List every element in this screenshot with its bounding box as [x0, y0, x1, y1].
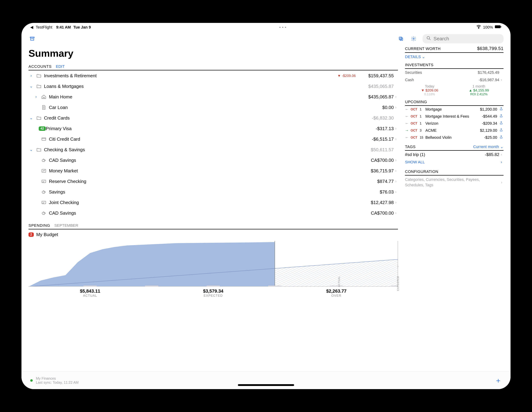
upcoming-name: Mortgage Interest & Fees [425, 114, 480, 119]
account-row[interactable]: ⌄ Credit Cards -$6,832.30 [28, 113, 398, 123]
accounts-header: ACCOUNTS EDIT [28, 64, 398, 70]
multitask-dots[interactable]: ••• [91, 25, 476, 29]
battery-icon [495, 25, 502, 29]
account-amount: $76.03 [359, 189, 394, 195]
archive-icon[interactable] [28, 35, 36, 42]
card-icon [40, 137, 47, 142]
account-row[interactable]: Joint Checking $12,427.98 › [28, 197, 398, 208]
chart-over-value: $2,263.77 [326, 288, 347, 294]
account-row[interactable]: › Main Home $435,065.87 › [28, 92, 398, 102]
account-row[interactable]: › Investments & Retirement ▼ -$209.06 $1… [28, 70, 398, 81]
details-link[interactable]: DETAILS ⌄ [405, 55, 425, 59]
svg-rect-22 [83, 285, 97, 287]
share-icon[interactable] [499, 107, 504, 112]
current-worth-value: $638,799.51 [477, 46, 504, 51]
account-row[interactable]: CAD Savings CA$700.00 › [28, 208, 398, 218]
battery-pct: 100% [483, 25, 493, 29]
chevron-right-icon: › [499, 152, 504, 157]
chart-actual-marker: ACTUAL [338, 276, 341, 287]
disclosure-icon[interactable]: ⌄ [28, 116, 34, 120]
chevron-right-icon: › [499, 160, 504, 165]
account-row[interactable]: Savings $76.03 › [28, 187, 398, 197]
upcoming-row[interactable]: ← OCT 1 Mortgage Interest & Fees -$544.4… [405, 113, 504, 120]
svg-point-9 [42, 159, 45, 162]
investments-cash-row[interactable]: Cash -$16,987.94 › [405, 76, 504, 84]
search-icon [426, 36, 431, 42]
disclosure-icon[interactable]: › [28, 73, 34, 78]
upcoming-day: 1 [420, 122, 424, 125]
share-icon[interactable] [499, 114, 504, 119]
account-name: Loans & Mortgages [44, 84, 359, 89]
account-amount: -$317.13 [359, 126, 394, 131]
account-row[interactable]: ⌄ Loans & Mortgages $435,065.87 [28, 81, 398, 92]
upcoming-name: ACME [425, 128, 478, 133]
plus-icon[interactable]: ＋ [495, 375, 502, 385]
budget-row[interactable]: 2 My Budget [28, 232, 398, 237]
account-amount: -$6,832.30 [359, 115, 394, 121]
chart-expected-marker: EXPECTED [397, 276, 399, 291]
upcoming-row[interactable]: ← OCT 15 Bellwood Violin -$25.00 [405, 134, 504, 141]
share-icon[interactable] [499, 128, 504, 133]
upcoming-row[interactable]: ← OCT 1 Verizon -$209.34 [405, 120, 504, 127]
account-name: Reserve Checking [49, 179, 359, 184]
gear-icon[interactable] [410, 35, 417, 42]
accounts-edit-link[interactable]: EDIT [56, 64, 65, 69]
folder-icon [36, 147, 42, 152]
tags-show-all[interactable]: SHOW ALL › [405, 158, 504, 166]
search-input[interactable] [434, 36, 500, 41]
chevron-right-icon: › [394, 179, 398, 184]
upcoming-row[interactable]: ← OCT 1 Mortgage $1,200.00 [405, 106, 504, 113]
back-app-name[interactable]: TestFlight [36, 25, 52, 29]
account-row[interactable]: CAD Savings CA$700.00 › [28, 155, 398, 166]
account-row[interactable]: Reserve Checking $874.77 › [28, 176, 398, 187]
upcoming-list: ← OCT 1 Mortgage $1,200.00 ← OCT 1 Mortg… [405, 106, 504, 141]
account-amount: $874.77 [359, 179, 394, 184]
tags-header: TAGS Current month ⌄ [405, 145, 504, 151]
upcoming-name: Verizon [425, 121, 480, 126]
account-name: CAD Savings [49, 210, 359, 216]
svg-point-13 [42, 191, 45, 193]
account-row[interactable]: Car Loan $0.00 › [28, 102, 398, 113]
spending-chart[interactable]: ACTUAL EXPECTED › $5,843.11ACTUAL $3,579… [28, 241, 398, 297]
disclosure-icon[interactable]: › [33, 95, 39, 99]
upcoming-row[interactable]: → OCT 3 ACME $2,129.00 [405, 127, 504, 134]
account-amount: $12,427.98 [359, 200, 394, 205]
account-row[interactable]: Money Market $36,715.97 › [28, 166, 398, 176]
upcoming-name: Bellwood Violin [425, 135, 482, 140]
disclosure-icon[interactable]: ⌄ [28, 84, 34, 88]
search-box[interactable] [423, 34, 504, 43]
back-chevron-icon[interactable]: ◀ [30, 25, 33, 29]
disclosure-icon[interactable]: ⌄ [28, 147, 34, 152]
home-indicator[interactable] [238, 384, 294, 386]
share-icon[interactable] [499, 135, 504, 140]
account-name: Primary Visa [46, 126, 359, 131]
chevron-right-icon: › [394, 211, 398, 215]
configuration-row[interactable]: Categories, Currencies, Securities, Paye… [405, 176, 504, 189]
svg-rect-3 [30, 37, 34, 38]
accounts-label: ACCOUNTS [28, 64, 52, 69]
share-icon[interactable] [499, 121, 504, 126]
upcoming-amount: $1,200.00 [480, 107, 497, 112]
svg-rect-8 [42, 138, 46, 140]
configuration-header: CONFIGURATION [405, 169, 504, 176]
document-name: My Finances [36, 376, 79, 381]
svg-rect-23 [145, 285, 158, 287]
direction-arrow-icon: → [405, 128, 409, 133]
chevron-right-icon[interactable]: › [397, 263, 399, 269]
upcoming-month: OCT [411, 115, 418, 118]
tag-row[interactable]: #sd trip (1) -$85.82 › [405, 151, 504, 158]
wifi-icon [476, 24, 481, 30]
piggy-icon [40, 210, 47, 216]
last-sync: Last sync: Today, 11:22 AM [36, 381, 79, 384]
account-row[interactable]: Citi Credit Card -$6,515.17 › [28, 134, 398, 144]
svg-point-7 [427, 37, 430, 39]
chevron-right-icon: › [394, 137, 398, 141]
duplicate-icon[interactable] [397, 35, 405, 42]
upcoming-amount: -$544.49 [482, 114, 497, 119]
account-row[interactable]: 42 Primary Visa -$317.13 › [28, 123, 398, 134]
tags-filter[interactable]: Current month ⌄ [473, 145, 504, 149]
upcoming-day: 3 [420, 129, 424, 132]
account-row[interactable]: ⌄ Checking & Savings $50,611.57 [28, 144, 398, 155]
budget-badge: 2 [28, 232, 34, 237]
upcoming-amount: $2,129.00 [480, 128, 497, 133]
